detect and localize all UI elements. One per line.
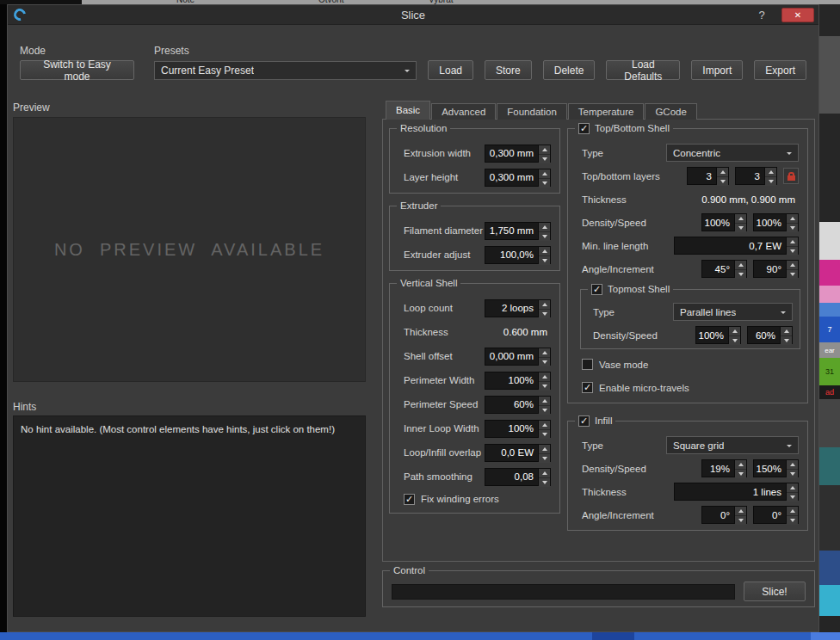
spin-down-icon[interactable] [787,515,798,525]
topmost-density-value[interactable]: 100% [695,326,728,344]
filament-diameter-spinner[interactable] [538,222,551,240]
tbs-angle-input[interactable]: 45° [701,260,747,278]
tbs-type-select[interactable]: Concentric [666,144,799,162]
tbs-increment-spinner[interactable] [786,260,799,278]
infill-thickness-input[interactable]: 1 lines [674,483,799,501]
spin-down-icon[interactable] [539,477,550,487]
tab-foundation[interactable]: Foundation [497,103,567,120]
infill-speed-input[interactable]: 150% [753,459,799,477]
extrusion-width-input[interactable]: 0,300 mm [485,145,551,163]
spin-down-icon[interactable] [717,176,728,186]
titlebar[interactable]: Slice ? ✕ [8,5,818,25]
infill-angle-spinner[interactable] [734,506,747,524]
spin-up-icon[interactable] [539,145,550,154]
spin-down-icon[interactable] [735,469,746,478]
infill-type-select[interactable]: Square grid [666,436,799,454]
topmost-type-select[interactable]: Parallel lines [673,303,793,321]
spin-up-icon[interactable] [735,214,746,223]
spin-down-icon[interactable] [787,246,798,255]
enable-micro-travels-checkbox[interactable]: ✓ [582,382,593,393]
switch-easy-mode-button[interactable]: Switch to Easy mode [20,60,134,80]
loop-count-spinner[interactable] [538,299,551,317]
spin-up-icon[interactable] [781,327,792,335]
spin-up-icon[interactable] [787,507,798,515]
loop-infill-overlap-value[interactable]: 0,0 EW [485,444,538,462]
path-smoothing-input[interactable]: 0,08 [485,468,551,486]
topmost-speed-value[interactable]: 60% [747,326,780,344]
slice-button[interactable]: Slice! [744,582,806,601]
spin-up-icon[interactable] [787,483,798,492]
loop-infill-overlap-spinner[interactable] [538,444,551,462]
spin-down-icon[interactable] [539,453,550,463]
spin-down-icon[interactable] [539,178,550,188]
min-line-length-spinner[interactable] [786,237,799,255]
store-button[interactable]: Store [485,60,532,80]
path-smoothing-value[interactable]: 0,08 [485,468,538,486]
spin-up-icon[interactable] [787,214,798,223]
spin-up-icon[interactable] [539,397,550,405]
spin-up-icon[interactable] [539,372,550,381]
spin-up-icon[interactable] [735,261,746,269]
loop-count-input[interactable]: 2 loops [485,299,551,317]
path-smoothing-spinner[interactable] [538,468,551,486]
extruder-adjust-value[interactable]: 100,0% [485,246,538,264]
extrusion-width-value[interactable]: 0,300 mm [485,145,538,163]
tbs-layers-bottom-value[interactable]: 3 [735,167,764,185]
export-button[interactable]: Export [754,60,806,80]
infill-increment-input[interactable]: 0° [753,506,799,524]
tab-temperature[interactable]: Temperature [568,103,645,120]
topmost-density-input[interactable]: 100% [695,326,741,344]
perimeter-width-input[interactable]: 100% [485,372,551,390]
spin-down-icon[interactable] [787,223,798,232]
shell-offset-value[interactable]: 0,000 mm [485,348,538,366]
extruder-adjust-input[interactable]: 100,0% [485,246,551,264]
spin-down-icon[interactable] [787,469,798,478]
infill-increment-spinner[interactable] [786,506,799,524]
fix-winding-errors-checkbox[interactable]: ✓ [404,494,415,505]
infill-density-spinner[interactable] [734,459,747,477]
infill-speed-spinner[interactable] [786,459,799,477]
shell-offset-spinner[interactable] [538,348,551,366]
spin-up-icon[interactable] [735,460,746,469]
loop-count-value[interactable]: 2 loops [485,299,538,317]
infill-thickness-spinner[interactable] [786,483,799,501]
infill-density-input[interactable]: 19% [701,459,747,477]
load-button[interactable]: Load [428,60,473,80]
delete-button[interactable]: Delete [543,60,596,80]
perimeter-width-value[interactable]: 100% [485,372,538,390]
spin-down-icon[interactable] [539,255,550,265]
tbs-increment-value[interactable]: 90° [753,260,786,278]
spin-up-icon[interactable] [539,469,550,477]
spin-up-icon[interactable] [539,300,550,309]
spin-up-icon[interactable] [787,237,798,246]
spin-up-icon[interactable] [765,168,776,176]
lock-layers-button[interactable] [783,168,799,184]
infill-density-value[interactable]: 19% [701,459,734,477]
top-bottom-shell-checkbox[interactable]: ✓ [578,123,590,134]
tbs-layers-top-spinner[interactable] [716,167,729,185]
infill-checkbox[interactable]: ✓ [578,415,590,427]
spin-up-icon[interactable] [735,507,746,515]
tbs-layers-top-input[interactable]: 3 [687,167,729,185]
spin-up-icon[interactable] [539,169,550,178]
spin-down-icon[interactable] [539,357,550,366]
spin-down-icon[interactable] [539,381,550,391]
tab-advanced[interactable]: Advanced [431,103,496,120]
min-line-length-value[interactable]: 0,7 EW [674,237,786,255]
infill-speed-value[interactable]: 150% [753,459,786,477]
tbs-layers-top-value[interactable]: 3 [687,167,716,185]
spin-up-icon[interactable] [539,247,550,255]
spin-down-icon[interactable] [539,154,550,163]
tab-basic[interactable]: Basic [386,101,430,120]
layer-height-input[interactable]: 0,300 mm [485,169,551,187]
topmost-speed-input[interactable]: 60% [747,326,793,344]
perimeter-speed-value[interactable]: 60% [485,396,538,414]
spin-up-icon[interactable] [539,223,550,231]
filament-diameter-value[interactable]: 1,750 mm [485,222,538,240]
spin-down-icon[interactable] [539,231,550,241]
inner-loop-width-input[interactable]: 100% [485,420,551,438]
tbs-density-value[interactable]: 100% [701,213,734,231]
min-line-length-input[interactable]: 0,7 EW [674,237,799,255]
tbs-speed-spinner[interactable] [786,213,799,231]
spin-up-icon[interactable] [539,421,550,429]
